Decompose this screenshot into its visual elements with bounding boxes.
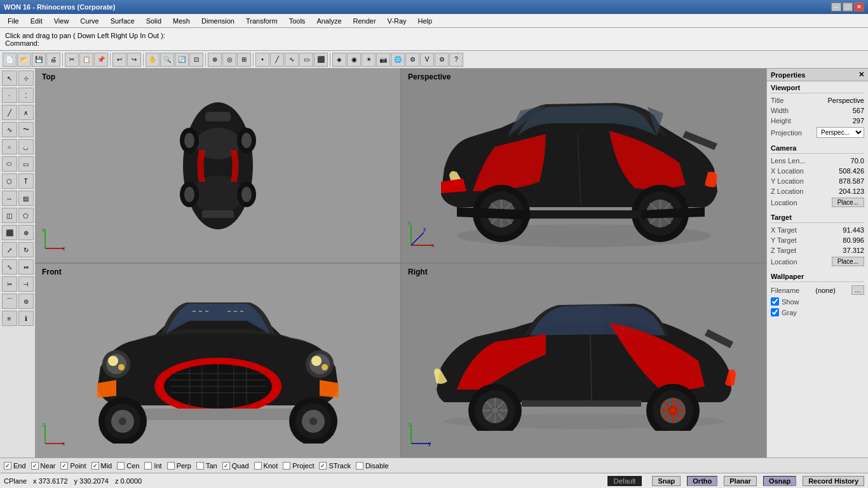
toolbar-help[interactable]: ? [449,53,463,67]
solid-tool[interactable]: ⬛ [2,225,17,240]
toolbar-light[interactable]: ☀ [362,53,376,67]
toolbar-extent[interactable]: ⊡ [189,53,203,67]
toolbar-pan[interactable]: ✋ [146,53,159,67]
loft-tool[interactable]: ⬠ [18,208,34,223]
snap-disable[interactable]: Disable [356,462,389,470]
viewport-right[interactable]: Right [402,264,766,458]
toolbar-grid[interactable]: ⊞ [237,53,251,67]
toolbar-print[interactable]: 🖨 [46,53,60,67]
boolean-tool[interactable]: ⊕ [18,225,34,240]
snap-perp[interactable]: Perp [167,462,191,470]
toolbar-copy[interactable]: 📋 [79,53,93,67]
toolbar-settings[interactable]: ⚙ [435,53,449,67]
polyline-tool[interactable]: ∧ [18,105,34,120]
snap-tan[interactable]: Tan [196,462,217,470]
osnap-nav-btn[interactable]: Osnap [763,476,796,486]
scale-tool[interactable]: ⤡ [2,259,17,274]
toolbar-curve[interactable]: ∿ [285,53,299,67]
arc-tool[interactable]: ◡ [18,139,34,154]
snap-int[interactable]: Int [144,462,161,470]
line-tool[interactable]: ╱ [2,105,17,120]
viewport-top[interactable]: Top [36,69,400,262]
rect-tool[interactable]: ▭ [18,156,34,172]
snap-near[interactable]: ✓ Near [31,462,56,470]
surface-tool[interactable]: ◫ [2,208,17,223]
menu-tools[interactable]: Tools [284,16,311,26]
menu-edit[interactable]: Edit [25,16,48,26]
snap-end[interactable]: ✓ End [4,462,26,470]
toolbar-save[interactable]: 💾 [32,53,46,67]
camera-place-button[interactable]: Place... [832,198,864,207]
properties-tool[interactable]: ℹ [18,311,34,326]
toolbar-open[interactable]: 📂 [17,53,31,67]
menu-mesh[interactable]: Mesh [168,16,195,26]
close-button[interactable]: ✕ [854,3,864,11]
mirror-tool[interactable]: ⇔ [18,259,34,274]
menu-dimension[interactable]: Dimension [196,16,240,26]
menu-surface[interactable]: Surface [105,16,140,26]
snap-project[interactable]: Project [283,462,314,470]
menu-transform[interactable]: Transform [241,16,283,26]
toolbar-camera[interactable]: 📷 [376,53,390,67]
viewport-perspective[interactable]: Perspective [402,69,766,262]
circle-tool[interactable]: ○ [2,139,17,154]
menu-help[interactable]: Help [413,16,438,26]
menu-curve[interactable]: Curve [75,16,104,26]
menu-analyze[interactable]: Analyze [311,16,346,26]
offset-tool[interactable]: ⊜ [18,294,34,309]
planar-nav-btn[interactable]: Planar [724,476,757,486]
move-tool[interactable]: ⤢ [2,242,17,257]
trim-tool[interactable]: ✂ [2,276,17,292]
maximize-button[interactable]: □ [843,3,853,11]
snap-nav-btn[interactable]: Snap [652,476,681,486]
menu-render[interactable]: Render [348,16,381,26]
toolbar-material[interactable]: ◉ [347,53,361,67]
polygon-tool[interactable]: ⬡ [2,173,17,189]
toolbar-point[interactable]: • [255,53,269,67]
toolbar-redo[interactable]: ↪ [127,53,141,67]
ortho-nav-btn[interactable]: Ortho [687,476,717,486]
projection-dropdown[interactable]: Perspec... Parallel [817,127,864,138]
viewport-front[interactable]: Front [36,264,400,458]
fillet-tool[interactable]: ⌒ [2,294,17,309]
dimension-tool[interactable]: ↔ [2,191,17,206]
extend-tool[interactable]: ⊣ [18,276,34,292]
toolbar-vray[interactable]: V [420,53,434,67]
toolbar-surface[interactable]: ▭ [299,53,313,67]
toolbar-paste[interactable]: 📌 [94,53,108,67]
toolbar-solid[interactable]: ⬛ [314,53,328,67]
snap-strack[interactable]: ✓ STrack [319,462,350,470]
menu-vray[interactable]: V-Ray [383,16,412,26]
toolbar-cut[interactable]: ✂ [65,53,79,67]
toolbar-renderset[interactable]: ⚙ [405,53,419,67]
curve-tool[interactable]: ∿ [2,122,17,137]
snap-point[interactable]: ✓ Point [60,462,86,470]
rotate-tool[interactable]: ↻ [18,242,34,257]
toolbar-undo[interactable]: ↩ [112,53,126,67]
ellipse-tool[interactable]: ⬭ [2,156,17,172]
menu-solid[interactable]: Solid [141,16,166,26]
text-tool[interactable]: T [18,173,34,189]
record-nav-btn[interactable]: Record History [803,476,864,486]
toolbar-render[interactable]: ◈ [332,53,346,67]
filename-browse-button[interactable]: … [851,285,864,295]
snap-quad[interactable]: ✓ Quad [222,462,249,470]
toolbar-rotate[interactable]: 🔄 [175,53,189,67]
select-area-tool[interactable]: ⊹ [18,71,34,86]
snap-knot[interactable]: Knot [254,462,278,470]
layer-tool[interactable]: ≡ [2,311,17,326]
toolbar-osnap[interactable]: ◎ [222,53,236,67]
hatch-tool[interactable]: ▤ [18,191,34,206]
menu-view[interactable]: View [49,16,74,26]
point-tool[interactable]: · [2,88,17,103]
target-place-button[interactable]: Place... [832,257,864,266]
toolbar-line[interactable]: ╱ [270,53,284,67]
multi-point-tool[interactable]: ⁚ [18,88,34,103]
toolbar-new[interactable]: 📄 [3,53,17,67]
snap-mid[interactable]: ✓ Mid [92,462,112,470]
gray-checkbox[interactable] [771,308,779,316]
toolbar-zoom[interactable]: 🔍 [160,53,174,67]
freeform-tool[interactable]: 〜 [18,122,34,137]
menu-file[interactable]: File [3,16,24,26]
snap-cen[interactable]: Cen [117,462,139,470]
